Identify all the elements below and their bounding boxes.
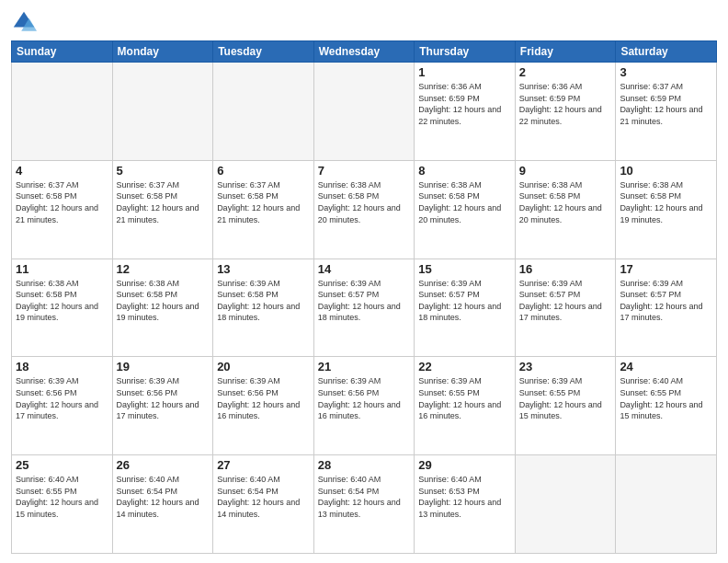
- calendar-cell: 29Sunrise: 6:40 AM Sunset: 6:53 PM Dayli…: [415, 455, 516, 554]
- calendar-cell: 4Sunrise: 6:37 AM Sunset: 6:58 PM Daylig…: [12, 160, 113, 259]
- day-number: 22: [418, 360, 511, 373]
- calendar-week-5: 25Sunrise: 6:40 AM Sunset: 6:55 PM Dayli…: [12, 455, 717, 554]
- calendar-header-row: SundayMondayTuesdayWednesdayThursdayFrid…: [12, 41, 717, 63]
- calendar-cell: 18Sunrise: 6:39 AM Sunset: 6:56 PM Dayli…: [12, 357, 113, 455]
- calendar-cell: 24Sunrise: 6:40 AM Sunset: 6:55 PM Dayli…: [616, 357, 717, 455]
- calendar-cell: 9Sunrise: 6:38 AM Sunset: 6:58 PM Daylig…: [515, 160, 616, 259]
- day-number: 26: [117, 458, 210, 472]
- calendar-cell: 7Sunrise: 6:38 AM Sunset: 6:58 PM Daylig…: [313, 160, 415, 259]
- day-info: Sunrise: 6:40 AM Sunset: 6:55 PM Dayligh…: [16, 474, 108, 520]
- day-number: 23: [519, 360, 612, 373]
- logo: [11, 9, 40, 35]
- calendar-cell: 10Sunrise: 6:38 AM Sunset: 6:58 PM Dayli…: [616, 160, 717, 259]
- calendar-cell: 26Sunrise: 6:40 AM Sunset: 6:54 PM Dayli…: [112, 455, 213, 554]
- calendar-cell: 23Sunrise: 6:39 AM Sunset: 6:55 PM Dayli…: [515, 357, 616, 455]
- calendar-cell: 27Sunrise: 6:40 AM Sunset: 6:54 PM Dayli…: [213, 455, 314, 554]
- calendar-cell: 17Sunrise: 6:39 AM Sunset: 6:57 PM Dayli…: [616, 259, 717, 357]
- day-number: 10: [620, 164, 712, 178]
- calendar-cell: [112, 63, 213, 161]
- day-number: 7: [318, 164, 411, 178]
- day-info: Sunrise: 6:37 AM Sunset: 6:58 PM Dayligh…: [117, 179, 210, 225]
- calendar-cell: 19Sunrise: 6:39 AM Sunset: 6:56 PM Dayli…: [112, 357, 213, 455]
- day-info: Sunrise: 6:39 AM Sunset: 6:57 PM Dayligh…: [418, 278, 511, 324]
- day-info: Sunrise: 6:39 AM Sunset: 6:57 PM Dayligh…: [620, 278, 712, 324]
- day-number: 15: [418, 262, 511, 276]
- day-number: 24: [620, 360, 712, 373]
- day-info: Sunrise: 6:40 AM Sunset: 6:54 PM Dayligh…: [318, 474, 411, 520]
- day-info: Sunrise: 6:38 AM Sunset: 6:58 PM Dayligh…: [418, 179, 511, 225]
- header: [11, 9, 717, 35]
- calendar-header-tuesday: Tuesday: [213, 41, 314, 63]
- day-info: Sunrise: 6:37 AM Sunset: 6:59 PM Dayligh…: [620, 81, 712, 127]
- logo-icon: [11, 9, 37, 35]
- day-number: 3: [620, 65, 712, 79]
- day-number: 16: [519, 262, 612, 276]
- day-info: Sunrise: 6:40 AM Sunset: 6:53 PM Dayligh…: [418, 474, 511, 520]
- day-number: 18: [16, 360, 108, 373]
- day-number: 27: [217, 458, 310, 472]
- day-info: Sunrise: 6:40 AM Sunset: 6:54 PM Dayligh…: [217, 474, 310, 520]
- calendar-cell: [515, 455, 616, 554]
- day-info: Sunrise: 6:38 AM Sunset: 6:58 PM Dayligh…: [117, 278, 210, 324]
- calendar-header-sunday: Sunday: [12, 41, 113, 63]
- day-info: Sunrise: 6:39 AM Sunset: 6:56 PM Dayligh…: [16, 375, 108, 421]
- calendar-cell: 21Sunrise: 6:39 AM Sunset: 6:56 PM Dayli…: [313, 357, 415, 455]
- calendar-header-wednesday: Wednesday: [313, 41, 415, 63]
- calendar: SundayMondayTuesdayWednesdayThursdayFrid…: [11, 40, 717, 554]
- calendar-cell: 28Sunrise: 6:40 AM Sunset: 6:54 PM Dayli…: [313, 455, 415, 554]
- day-info: Sunrise: 6:40 AM Sunset: 6:54 PM Dayligh…: [117, 474, 210, 520]
- day-info: Sunrise: 6:38 AM Sunset: 6:58 PM Dayligh…: [318, 179, 411, 225]
- day-info: Sunrise: 6:39 AM Sunset: 6:57 PM Dayligh…: [318, 278, 411, 324]
- calendar-week-4: 18Sunrise: 6:39 AM Sunset: 6:56 PM Dayli…: [12, 357, 717, 455]
- day-number: 12: [117, 262, 210, 276]
- calendar-cell: 3Sunrise: 6:37 AM Sunset: 6:59 PM Daylig…: [616, 63, 717, 161]
- calendar-cell: 11Sunrise: 6:38 AM Sunset: 6:58 PM Dayli…: [12, 259, 113, 357]
- calendar-cell: 6Sunrise: 6:37 AM Sunset: 6:58 PM Daylig…: [213, 160, 314, 259]
- day-number: 2: [519, 65, 612, 79]
- day-info: Sunrise: 6:38 AM Sunset: 6:58 PM Dayligh…: [620, 179, 712, 225]
- calendar-cell: 5Sunrise: 6:37 AM Sunset: 6:58 PM Daylig…: [112, 160, 213, 259]
- calendar-week-1: 1Sunrise: 6:36 AM Sunset: 6:59 PM Daylig…: [12, 63, 717, 161]
- day-info: Sunrise: 6:36 AM Sunset: 6:59 PM Dayligh…: [519, 81, 612, 127]
- day-info: Sunrise: 6:38 AM Sunset: 6:58 PM Dayligh…: [16, 278, 108, 324]
- calendar-cell: 8Sunrise: 6:38 AM Sunset: 6:58 PM Daylig…: [415, 160, 516, 259]
- day-number: 5: [117, 164, 210, 178]
- calendar-cell: 2Sunrise: 6:36 AM Sunset: 6:59 PM Daylig…: [515, 63, 616, 161]
- day-info: Sunrise: 6:40 AM Sunset: 6:55 PM Dayligh…: [620, 375, 712, 421]
- calendar-cell: 13Sunrise: 6:39 AM Sunset: 6:58 PM Dayli…: [213, 259, 314, 357]
- calendar-cell: [313, 63, 415, 161]
- calendar-header-friday: Friday: [515, 41, 616, 63]
- calendar-cell: 20Sunrise: 6:39 AM Sunset: 6:56 PM Dayli…: [213, 357, 314, 455]
- day-number: 29: [418, 458, 511, 472]
- day-info: Sunrise: 6:39 AM Sunset: 6:56 PM Dayligh…: [217, 375, 310, 421]
- day-info: Sunrise: 6:39 AM Sunset: 6:56 PM Dayligh…: [318, 375, 411, 421]
- day-info: Sunrise: 6:39 AM Sunset: 6:56 PM Dayligh…: [117, 375, 210, 421]
- day-info: Sunrise: 6:37 AM Sunset: 6:58 PM Dayligh…: [16, 179, 108, 225]
- day-number: 1: [418, 65, 511, 79]
- day-info: Sunrise: 6:38 AM Sunset: 6:58 PM Dayligh…: [519, 179, 612, 225]
- day-info: Sunrise: 6:39 AM Sunset: 6:55 PM Dayligh…: [418, 375, 511, 421]
- calendar-cell: 1Sunrise: 6:36 AM Sunset: 6:59 PM Daylig…: [415, 63, 516, 161]
- calendar-cell: 15Sunrise: 6:39 AM Sunset: 6:57 PM Dayli…: [415, 259, 516, 357]
- calendar-header-thursday: Thursday: [415, 41, 516, 63]
- calendar-cell: [213, 63, 314, 161]
- day-info: Sunrise: 6:39 AM Sunset: 6:58 PM Dayligh…: [217, 278, 310, 324]
- calendar-cell: [12, 63, 113, 161]
- day-number: 4: [16, 164, 108, 178]
- day-number: 13: [217, 262, 310, 276]
- day-number: 25: [16, 458, 108, 472]
- day-number: 9: [519, 164, 612, 178]
- day-number: 28: [318, 458, 411, 472]
- calendar-cell: 14Sunrise: 6:39 AM Sunset: 6:57 PM Dayli…: [313, 259, 415, 357]
- calendar-cell: [616, 455, 717, 554]
- day-number: 8: [418, 164, 511, 178]
- calendar-header-saturday: Saturday: [616, 41, 717, 63]
- day-number: 6: [217, 164, 310, 178]
- day-number: 17: [620, 262, 712, 276]
- day-info: Sunrise: 6:39 AM Sunset: 6:55 PM Dayligh…: [519, 375, 612, 421]
- calendar-week-3: 11Sunrise: 6:38 AM Sunset: 6:58 PM Dayli…: [12, 259, 717, 357]
- day-number: 21: [318, 360, 411, 373]
- calendar-cell: 12Sunrise: 6:38 AM Sunset: 6:58 PM Dayli…: [112, 259, 213, 357]
- day-number: 20: [217, 360, 310, 373]
- calendar-cell: 25Sunrise: 6:40 AM Sunset: 6:55 PM Dayli…: [12, 455, 113, 554]
